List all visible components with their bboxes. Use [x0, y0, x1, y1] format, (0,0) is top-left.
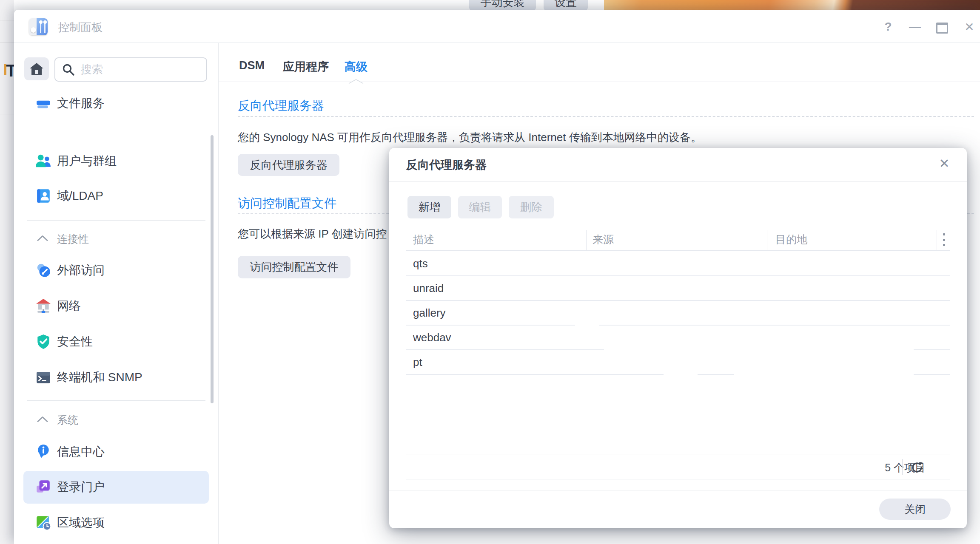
tab-dsm[interactable]: DSM [239, 59, 265, 72]
active-tab-notch [348, 78, 364, 85]
screen: T 手动安装 设置 控制面板 ? — ✕ [0, 0, 980, 544]
maximize-icon [936, 23, 948, 34]
sidebar-item-label: 区域选项 [57, 515, 105, 531]
row-description: qts [413, 257, 428, 270]
table-row[interactable]: webdav [406, 325, 950, 350]
background-banner-image [604, 0, 980, 10]
chevron-up-icon [37, 416, 48, 424]
reverse-proxy-button[interactable]: 反向代理服务器 [238, 154, 339, 176]
table-row[interactable]: gallery [406, 300, 950, 325]
row-separator [406, 374, 664, 375]
sidebar-section-system[interactable]: 系统 [14, 403, 218, 436]
settings-button[interactable]: 设置 [544, 0, 588, 10]
login-portal-icon [35, 479, 51, 495]
help-button[interactable]: ? [880, 20, 897, 34]
home-button[interactable] [24, 57, 49, 80]
row-separator [914, 374, 950, 375]
proxy-table: 描述 来源 目的地 qts unraid gallery webd [406, 227, 950, 479]
maximize-button[interactable] [934, 23, 951, 37]
column-separator [767, 230, 767, 250]
column-header-source[interactable]: 来源 [593, 232, 614, 246]
sidebar-section-label: 系统 [57, 413, 78, 427]
access-control-button[interactable]: 访问控制配置文件 [238, 256, 350, 278]
row-description: pt [413, 356, 422, 369]
column-header-destination[interactable]: 目的地 [775, 232, 807, 246]
sidebar-item-label: 网络 [57, 298, 81, 314]
users-groups-icon [35, 153, 51, 169]
section-title-access-control: 访问控制配置文件 [238, 195, 336, 212]
tabbar-separator [219, 82, 980, 82]
add-button[interactable]: 新增 [407, 196, 451, 218]
window-title: 控制面板 [58, 20, 103, 35]
security-shield-icon [35, 334, 51, 350]
sidebar-item-label: 用户与群组 [57, 153, 117, 169]
reverse-proxy-dialog: 反向代理服务器 ✕ 新增 编辑 删除 描述 来源 目的地 qts unraid [389, 148, 967, 528]
edit-button[interactable]: 编辑 [458, 196, 502, 218]
domain-ldap-icon [35, 188, 51, 204]
close-window-button[interactable]: ✕ [961, 20, 978, 34]
footer-divider [902, 459, 903, 475]
table-bottom-border [406, 479, 950, 479]
sidebar-section-label: 连接性 [57, 232, 89, 246]
sidebar-item-regional-options[interactable]: 区域选项 [14, 506, 218, 539]
file-services-icon [35, 95, 51, 111]
refresh-icon[interactable] [911, 461, 923, 476]
sidebar-item-users-groups[interactable]: 用户与群组 [14, 144, 218, 178]
sidebar-list: 文件服务 用户与群组 [14, 83, 218, 544]
regional-options-icon [35, 515, 51, 531]
sidebar-item-terminal-snmp[interactable]: 终端机和 SNMP [14, 361, 218, 394]
table-row[interactable]: unraid [406, 276, 950, 300]
sidebar-item-info-center[interactable]: 信息中心 [14, 435, 218, 468]
dialog-title: 反向代理服务器 [406, 157, 487, 173]
sidebar-item-label: 登录门户 [57, 479, 105, 495]
titlebar: 控制面板 ? — ✕ [14, 10, 980, 43]
row-description: webdav [413, 331, 451, 344]
dialog-header-separator [389, 181, 967, 182]
table-row[interactable]: qts [406, 251, 950, 276]
sidebar-item-notification-settings[interactable]: 通知设置 [14, 542, 218, 544]
dialog-close-button[interactable]: 关闭 [879, 499, 951, 520]
table-footer-separator [406, 454, 950, 454]
search-placeholder: 搜索 [81, 62, 103, 77]
row-description: gallery [413, 306, 446, 320]
column-separator [586, 230, 587, 250]
row-separator [698, 374, 734, 375]
manual-install-button[interactable]: 手动安装 [469, 0, 536, 10]
sidebar-item-file-services[interactable]: 文件服务 [14, 87, 218, 120]
sidebar-item-label: 文件服务 [57, 95, 105, 111]
home-icon [29, 62, 44, 76]
search-input[interactable]: 搜索 [54, 57, 207, 82]
sidebar-item-label: 域/LDAP [57, 188, 103, 204]
sidebar-section-connectivity[interactable]: 连接性 [14, 222, 218, 255]
external-access-icon [35, 262, 51, 278]
section-description: 您的 Synology NAS 可用作反向代理服务器，负责将请求从 Intern… [238, 130, 702, 145]
column-separator [937, 230, 937, 250]
section-description: 您可以根据来源 IP 创建访问控 [238, 227, 387, 241]
sidebar-item-label: 信息中心 [57, 444, 105, 460]
minimize-button[interactable]: — [906, 20, 923, 34]
sidebar-item-security[interactable]: 安全性 [14, 325, 218, 358]
tab-applications[interactable]: 应用程序 [283, 59, 329, 74]
background-left-strip [0, 0, 14, 544]
dialog-close-icon[interactable]: ✕ [935, 154, 954, 173]
dialog-footer-separator [389, 490, 967, 490]
sidebar-divider [27, 400, 205, 401]
info-center-icon [35, 444, 51, 460]
table-row[interactable]: pt [406, 350, 950, 374]
section-divider [238, 116, 974, 117]
sidebar-scrollbar[interactable] [211, 135, 214, 403]
column-header-description[interactable]: 描述 [413, 232, 434, 246]
delete-button[interactable]: 删除 [509, 196, 554, 218]
sidebar-item-label: 终端机和 SNMP [57, 369, 142, 385]
sidebar-item-domain-ldap[interactable]: 域/LDAP [14, 179, 218, 212]
network-icon [35, 298, 51, 314]
sidebar-item-label: 安全性 [57, 334, 93, 350]
control-panel-app-icon [29, 18, 48, 35]
sidebar-item-external-access[interactable]: 外部访问 [14, 254, 218, 287]
column-options-kebab-icon[interactable] [940, 233, 947, 246]
sidebar-item-login-portal[interactable]: 登录门户 [14, 470, 218, 504]
row-description: unraid [413, 282, 444, 295]
search-icon [62, 63, 75, 76]
sidebar-item-network[interactable]: 网络 [14, 289, 218, 323]
tab-advanced[interactable]: 高级 [345, 59, 368, 74]
